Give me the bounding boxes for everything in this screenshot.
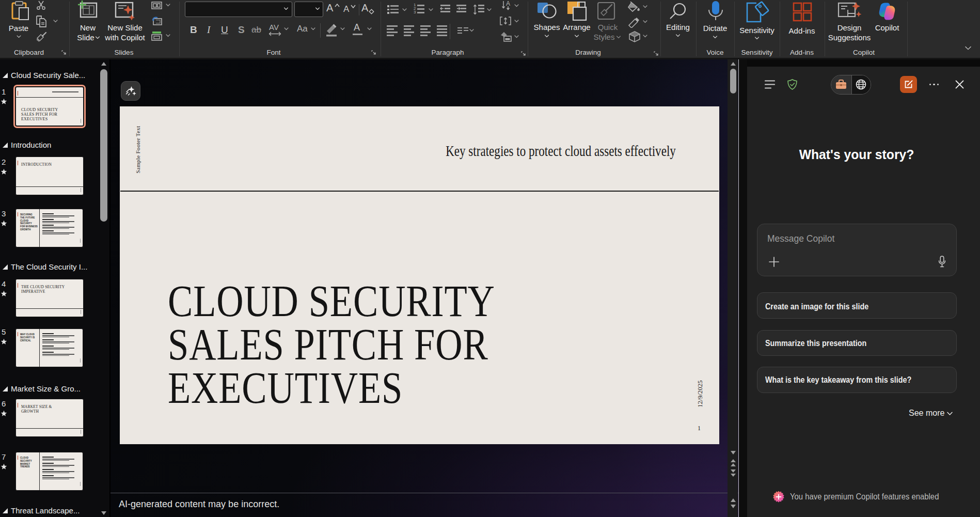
svg-text:A: A bbox=[506, 1, 510, 7]
